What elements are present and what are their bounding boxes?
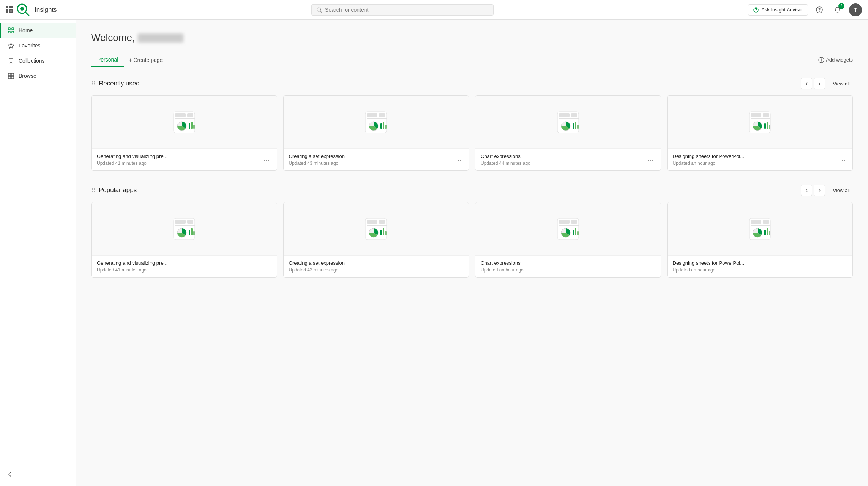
app-title: Insights <box>35 6 57 14</box>
card-body: Designing sheets for PowerPoi... Updated… <box>668 149 853 170</box>
svg-rect-25 <box>189 123 190 129</box>
search-input[interactable] <box>325 7 489 13</box>
sidebar-item-browse[interactable]: Browse <box>0 68 76 84</box>
qlik-logo[interactable] <box>16 3 30 17</box>
popular-apps-next-button[interactable]: › <box>814 185 825 196</box>
svg-rect-78 <box>763 220 769 224</box>
card-body: Generating and visualizing pre... Update… <box>92 256 277 277</box>
card-more-button[interactable]: ⋯ <box>837 262 847 271</box>
svg-rect-82 <box>767 228 768 235</box>
sidebar-item-home-label: Home <box>19 27 33 33</box>
popular-apps-prev-button[interactable]: ‹ <box>801 185 812 196</box>
search-input-wrap[interactable] <box>311 4 494 16</box>
card-item[interactable]: Chart expressions Updated 44 minutes ago… <box>475 95 661 171</box>
svg-rect-38 <box>571 113 577 117</box>
user-avatar[interactable]: T <box>849 3 862 16</box>
card-body: Designing sheets for PowerPoi... Updated… <box>668 256 853 277</box>
card-item[interactable]: Generating and visualizing pre... Update… <box>91 95 277 171</box>
card-item[interactable]: Creating a set expression Updated 43 min… <box>283 95 469 171</box>
svg-rect-59 <box>193 231 195 235</box>
drag-handle-icon-2[interactable]: ⠿ <box>91 187 96 194</box>
card-title: Chart expressions <box>481 260 524 266</box>
svg-rect-10 <box>12 28 14 30</box>
card-more-button[interactable]: ⋯ <box>453 262 463 271</box>
card-title: Creating a set expression <box>289 260 345 266</box>
sidebar-collapse[interactable] <box>0 467 76 483</box>
create-page-button[interactable]: + Create page <box>124 53 167 67</box>
collapse-icon[interactable] <box>6 472 14 480</box>
svg-rect-63 <box>367 225 387 226</box>
card-thumbnail <box>475 96 661 149</box>
card-meta: Updated an hour ago <box>673 161 745 166</box>
svg-rect-37 <box>559 113 570 117</box>
recently-used-prev-button[interactable]: ‹ <box>801 78 812 89</box>
card-item[interactable]: Designing sheets for PowerPoi... Updated… <box>667 95 853 171</box>
recently-used-section: ⠿ Recently used ‹ › View all <box>91 78 853 171</box>
svg-rect-41 <box>573 123 574 129</box>
card-body: Chart expressions Updated 44 minutes ago… <box>475 149 661 170</box>
drag-handle-icon[interactable]: ⠿ <box>91 80 96 87</box>
svg-rect-55 <box>175 225 195 226</box>
popular-apps-view-all-button[interactable]: View all <box>830 186 853 195</box>
card-meta: Updated 44 minutes ago <box>481 161 530 166</box>
card-footer: Chart expressions Updated 44 minutes ago… <box>481 153 655 166</box>
svg-rect-75 <box>577 231 579 235</box>
topnav: Insights Ask Insight Advisor <box>0 0 868 20</box>
card-footer: Designing sheets for PowerPoi... Updated… <box>673 153 847 166</box>
card-item[interactable]: Generating and visualizing pre... Update… <box>91 202 277 278</box>
svg-rect-23 <box>175 118 195 119</box>
svg-rect-54 <box>187 220 193 224</box>
svg-rect-9 <box>8 28 10 30</box>
insight-icon <box>753 7 759 13</box>
card-more-button[interactable]: ⋯ <box>262 262 271 271</box>
browse-icon <box>7 72 15 80</box>
card-meta: Updated 41 minutes ago <box>97 267 167 273</box>
svg-rect-74 <box>575 228 576 235</box>
tab-personal[interactable]: Personal <box>91 53 124 67</box>
card-footer: Chart expressions Updated an hour ago ⋯ <box>481 260 655 273</box>
card-body: Chart expressions Updated an hour ago ⋯ <box>475 256 661 277</box>
add-widgets-button[interactable]: Add widgets <box>818 57 853 63</box>
svg-rect-12 <box>12 31 14 33</box>
card-item[interactable]: Chart expressions Updated an hour ago ⋯ <box>475 202 661 278</box>
recently-used-cards: Generating and visualizing pre... Update… <box>91 95 853 171</box>
sidebar-item-favorites-label: Favorites <box>19 43 41 49</box>
recently-used-next-button[interactable]: › <box>814 78 825 89</box>
ask-advisor-button[interactable]: Ask Insight Advisor <box>748 4 808 16</box>
card-item[interactable]: Designing sheets for PowerPoi... Updated… <box>667 202 853 278</box>
card-thumbnail <box>284 96 469 149</box>
card-footer: Generating and visualizing pre... Update… <box>97 260 271 273</box>
card-meta: Updated 43 minutes ago <box>289 267 345 273</box>
sidebar-item-favorites[interactable]: Favorites <box>0 38 76 53</box>
welcome-title: Welcome, <box>91 32 853 44</box>
sidebar-item-collections[interactable]: Collections <box>0 53 76 68</box>
card-more-button[interactable]: ⋯ <box>645 155 655 165</box>
recently-used-view-all-button[interactable]: View all <box>830 79 853 88</box>
svg-rect-73 <box>573 230 574 235</box>
svg-rect-30 <box>379 113 385 117</box>
svg-rect-13 <box>8 73 11 76</box>
svg-rect-39 <box>559 118 579 119</box>
popular-apps-header: ⠿ Popular apps ‹ › View all <box>91 185 853 196</box>
search-bar <box>57 4 748 16</box>
card-meta: Updated 41 minutes ago <box>97 161 167 166</box>
card-more-button[interactable]: ⋯ <box>837 155 847 165</box>
card-item[interactable]: Creating a set expression Updated 43 min… <box>283 202 469 278</box>
card-title: Designing sheets for PowerPoi... <box>673 153 745 159</box>
card-thumbnail <box>668 202 853 256</box>
topnav-right: Ask Insight Advisor 2 T <box>748 3 862 17</box>
svg-rect-27 <box>193 125 195 129</box>
svg-line-2 <box>25 12 29 16</box>
sidebar-item-home[interactable]: Home <box>0 23 76 38</box>
help-button[interactable] <box>813 3 826 17</box>
card-title: Generating and visualizing pre... <box>97 260 167 266</box>
card-more-button[interactable]: ⋯ <box>262 155 271 165</box>
svg-rect-61 <box>367 220 377 224</box>
card-more-button[interactable]: ⋯ <box>645 262 655 271</box>
card-footer: Creating a set expression Updated 43 min… <box>289 153 464 166</box>
notification-badge: 2 <box>838 3 844 9</box>
notifications-button[interactable]: 2 <box>831 3 844 17</box>
apps-grid-icon[interactable] <box>6 6 13 13</box>
page-tabs: Personal + Create page Add widgets <box>91 53 853 67</box>
card-more-button[interactable]: ⋯ <box>453 155 463 165</box>
